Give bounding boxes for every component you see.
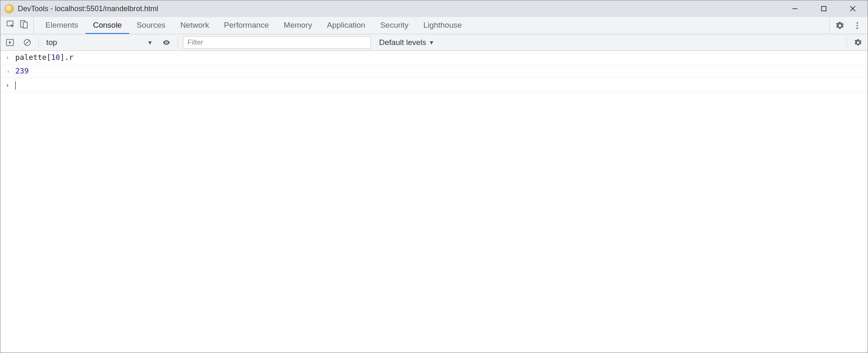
devtools-tabbar: ElementsConsoleSourcesNetworkPerformance… [0,17,868,34]
inspect-element-icon[interactable] [6,20,15,31]
text-cursor [15,81,16,90]
tab-network[interactable]: Network [173,17,217,34]
tab-label: Elements [45,21,78,30]
svg-line-12 [25,40,30,45]
log-levels-select[interactable]: Default levels ▼ [376,38,434,47]
tab-application[interactable]: Application [320,17,373,34]
tab-security[interactable]: Security [373,17,416,34]
device-toolbar-icon[interactable] [19,20,28,31]
svg-rect-6 [23,22,27,28]
svg-point-9 [856,27,858,29]
console-prompt-row[interactable] [0,78,868,92]
console-settings-gear-icon[interactable] [852,36,864,49]
tab-performance[interactable]: Performance [216,17,276,34]
svg-point-8 [856,25,858,26]
separator [178,38,178,47]
tab-memory[interactable]: Memory [276,17,320,34]
chevron-down-icon: ▼ [429,39,434,46]
tab-label: Console [93,21,122,30]
console-output-value: 239 [15,66,29,76]
tab-label: Application [327,21,365,30]
chevron-down-icon: ▼ [147,39,153,46]
more-menu-icon[interactable] [850,19,864,33]
svg-point-13 [166,42,167,43]
window-title: DevTools - localhost:5501/mandelbrot.htm… [18,5,158,13]
svg-point-7 [856,22,858,24]
panel-tabs: ElementsConsoleSourcesNetworkPerformance… [34,17,469,34]
tabbar-leading-tools [3,17,34,34]
window-maximize-button[interactable] [811,1,836,17]
svg-rect-1 [822,7,826,11]
tab-console[interactable]: Console [85,17,129,34]
console-output-row: 239 [0,64,868,78]
toggle-console-sidebar-icon[interactable] [4,36,16,49]
output-chevron-icon [4,66,11,76]
clear-console-icon[interactable] [21,36,33,49]
separator [38,38,39,47]
window-minimize-button[interactable] [783,1,807,17]
separator [847,38,847,47]
tab-sources[interactable]: Sources [129,17,173,34]
console-prompt-input[interactable] [15,80,16,90]
tab-elements[interactable]: Elements [38,17,85,34]
tab-label: Network [180,21,209,30]
console-input-text: palette[10].r [15,52,74,62]
tab-label: Lighthouse [423,21,462,30]
execution-context-label: top [46,38,57,47]
console-filter-input[interactable] [183,36,371,49]
devtools-app-icon [5,4,14,13]
window-titlebar: DevTools - localhost:5501/mandelbrot.htm… [0,0,868,17]
tab-label: Performance [224,21,269,30]
window-close-button[interactable] [840,1,865,17]
tab-label: Sources [137,21,166,30]
console-input-row: palette[10].r [0,51,868,64]
tab-lighthouse[interactable]: Lighthouse [416,17,469,34]
console-toolbar: top ▼ Default levels ▼ [0,34,868,51]
input-chevron-icon [4,52,11,62]
tab-label: Security [380,21,409,30]
console-output[interactable]: palette[10].r239 [0,51,868,353]
log-levels-label: Default levels [379,38,426,47]
tab-label: Memory [284,21,312,30]
execution-context-select[interactable]: top ▼ [44,37,155,48]
tabbar-trailing-tools [829,17,868,34]
settings-gear-icon[interactable] [833,19,847,33]
live-expression-eye-icon[interactable] [160,36,173,49]
prompt-chevron-icon [4,80,11,90]
